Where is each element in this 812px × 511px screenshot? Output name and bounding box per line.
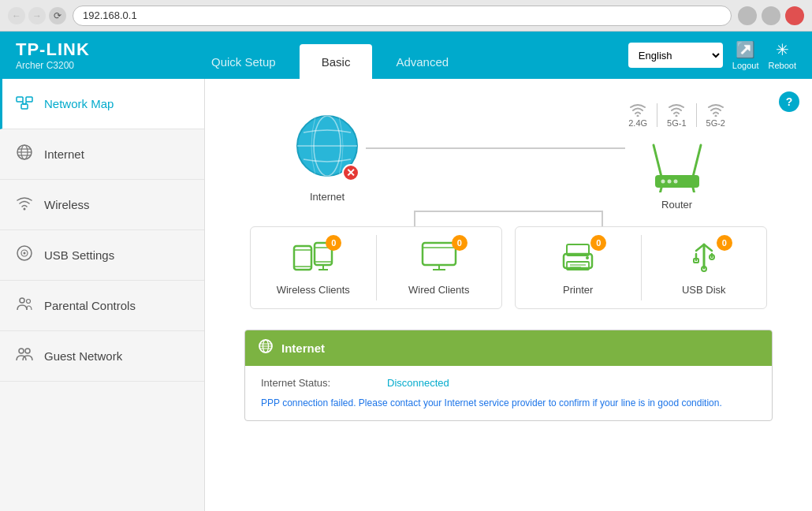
svg-point-31	[667, 180, 671, 184]
router-svg	[646, 137, 709, 192]
usb-disk-badge: 0	[717, 235, 732, 251]
svg-line-29	[693, 188, 695, 192]
wifi-icon-5g1	[668, 103, 685, 117]
reboot-icon: ✳	[776, 40, 789, 59]
sidebar-label-usb-settings: USB Settings	[44, 248, 114, 262]
model: Archer C3200	[16, 60, 158, 71]
svg-point-17	[19, 349, 24, 353]
router-label: Router	[661, 199, 692, 211]
status-label: Internet Status:	[261, 377, 387, 389]
svg-line-28	[660, 188, 661, 192]
status-value: Disconnected	[387, 377, 449, 389]
printer-badge: 0	[590, 235, 606, 251]
svg-point-23	[676, 115, 678, 117]
nav-tabs: Quick Setup Basic Advanced	[173, 32, 613, 79]
connector-line	[366, 147, 625, 149]
header: TP-LINK Archer C3200 Quick Setup Basic A…	[0, 32, 812, 79]
error-badge: ✕	[342, 164, 359, 181]
wifi-divider-2	[696, 103, 697, 127]
tab-quick-setup[interactable]: Quick Setup	[189, 44, 298, 79]
header-right: English Chinese French German Spanish ↗️…	[613, 32, 812, 79]
content-area: ?	[205, 79, 812, 511]
sidebar-item-wireless[interactable]: Wireless	[0, 180, 204, 230]
usb-settings-icon	[16, 244, 33, 266]
status-row: Internet Status: Disconnected	[261, 377, 756, 389]
svg-rect-2	[21, 104, 28, 109]
svg-point-15	[20, 298, 24, 303]
svg-point-18	[25, 349, 30, 353]
usb-disk-item[interactable]: 0 USB Disk	[642, 227, 767, 308]
svg-line-25	[654, 145, 661, 177]
svg-point-11	[24, 208, 26, 211]
wireless-clients-item[interactable]: 0 Wireless Clients	[251, 227, 376, 308]
sidebar-item-usb-settings[interactable]: USB Settings	[0, 230, 204, 281]
sidebar-item-internet[interactable]: Internet	[0, 129, 204, 180]
refresh-button[interactable]: ⟳	[49, 7, 66, 24]
printer-label: Printer	[563, 284, 593, 296]
wifi-label-2g: 2.4G	[628, 118, 647, 128]
wired-clients-icon-wrap: 0	[419, 240, 460, 278]
wireless-clients-icon-wrap: 0	[292, 240, 333, 278]
wired-clients-label: Wired Clients	[408, 284, 469, 296]
usb-disk-icon-wrap: 0	[683, 240, 724, 278]
wifi-icon-2g	[629, 103, 646, 117]
network-diagram: ✕ Internet	[229, 95, 788, 317]
wireless-icon	[16, 194, 33, 215]
reboot-button[interactable]: ✳ Reboot	[769, 40, 796, 70]
reboot-label: Reboot	[769, 61, 796, 70]
status-globe-icon	[258, 338, 274, 354]
status-header: Internet	[245, 330, 772, 366]
sidebar-label-internet: Internet	[44, 147, 84, 161]
language-select[interactable]: English Chinese French German Spanish	[628, 43, 723, 68]
internet-icon-wrap: ✕	[292, 110, 363, 185]
svg-point-14	[24, 252, 26, 255]
forward-button[interactable]: →	[28, 7, 46, 24]
svg-line-26	[693, 145, 701, 177]
sidebar-item-network-map[interactable]: Network Map	[0, 79, 204, 129]
tab-basic[interactable]: Basic	[300, 44, 373, 79]
svg-point-30	[661, 180, 665, 184]
wifi-badge-2g: 2.4G	[628, 103, 647, 128]
browser-chrome: ← → ⟳	[0, 0, 812, 32]
browser-icon-3	[785, 6, 804, 25]
logout-button[interactable]: ↗️ Logout	[732, 40, 759, 70]
status-message: PPP connection failed. Please contact yo…	[261, 395, 756, 409]
logout-label: Logout	[732, 61, 759, 70]
logout-icon: ↗️	[736, 40, 755, 59]
status-header-icon	[258, 338, 274, 358]
sidebar-label-wireless: Wireless	[44, 198, 90, 211]
wireless-clients-badge: 0	[326, 235, 341, 251]
app: TP-LINK Archer C3200 Quick Setup Basic A…	[0, 32, 812, 511]
internet-device: ✕ Internet	[292, 110, 363, 203]
network-map-icon	[16, 93, 33, 114]
logo-area: TP-LINK Archer C3200	[0, 32, 173, 79]
sidebar: Network Map Internet	[0, 79, 205, 511]
network-map-area: ?	[205, 79, 812, 421]
wired-clients-item[interactable]: 0 Wired Clients	[377, 227, 502, 308]
svg-rect-0	[17, 97, 23, 102]
svg-rect-1	[26, 97, 32, 102]
svg-rect-41	[423, 243, 456, 265]
svg-point-32	[673, 180, 677, 184]
sidebar-item-parental-controls[interactable]: Parental Controls	[0, 281, 204, 331]
status-section-title: Internet	[281, 341, 325, 355]
svg-point-16	[27, 300, 31, 304]
logo: TP-LINK	[16, 39, 158, 60]
tab-advanced[interactable]: Advanced	[374, 44, 471, 79]
browser-icon-1	[738, 6, 757, 25]
wired-clients-badge: 0	[452, 235, 467, 251]
left-client-group: 0 Wireless Clients	[250, 226, 502, 309]
usb-disk-label: USB Disk	[682, 284, 726, 296]
internet-label: Internet	[310, 191, 345, 203]
internet-icon	[16, 144, 33, 165]
address-bar[interactable]	[73, 6, 732, 26]
help-button[interactable]: ?	[779, 91, 799, 112]
printer-item[interactable]: 0 Printer	[516, 227, 641, 308]
sidebar-label-guest-network: Guest Network	[44, 349, 122, 363]
svg-point-50	[586, 256, 589, 259]
back-button[interactable]: ←	[8, 7, 25, 24]
main: Network Map Internet	[0, 79, 812, 511]
sidebar-label-network-map: Network Map	[44, 97, 114, 110]
sidebar-item-guest-network[interactable]: Guest Network	[0, 331, 204, 382]
wifi-badge-5g1: 5G-1	[667, 103, 686, 128]
